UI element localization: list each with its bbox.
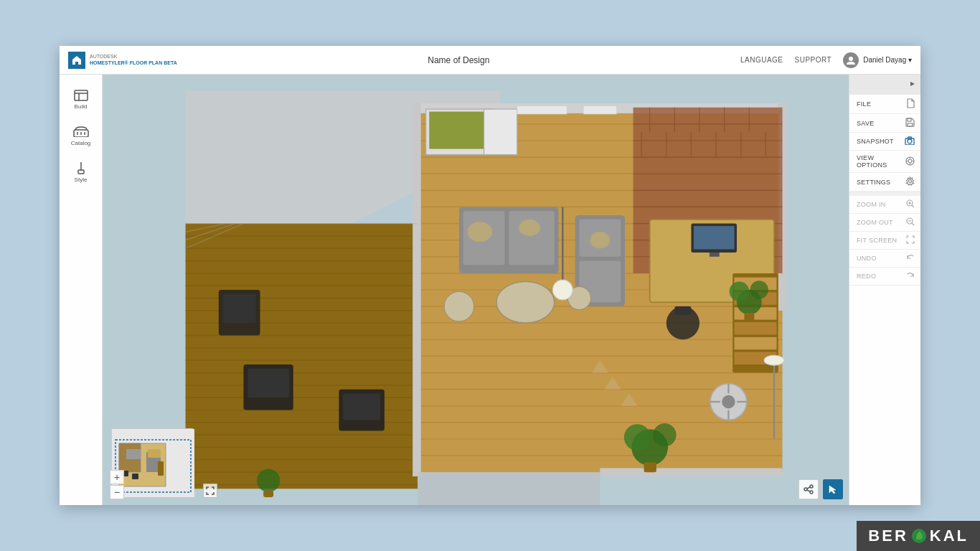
settings-icon [905,176,915,187]
svg-rect-152 [132,474,138,479]
canvas-area[interactable]: + − [103,75,849,505]
svg-rect-86 [509,211,555,265]
zoom-in-label: ZOOM IN [857,201,886,208]
fit-screen-menu-item[interactable]: FIT SCREEN [849,232,920,250]
svg-point-87 [467,222,492,242]
svg-rect-108 [735,322,777,334]
svg-point-97 [552,280,573,300]
design-name[interactable]: Name of Design [186,55,732,65]
svg-line-160 [807,490,810,491]
fit-screen-icon [906,235,915,245]
svg-point-117 [653,423,676,446]
snapshot-icon [905,136,915,146]
svg-rect-163 [908,123,913,126]
svg-rect-114 [744,313,754,321]
zoom-in-menu-item[interactable]: ZOOM IN [849,196,920,214]
svg-point-94 [444,291,474,321]
fullscreen-button[interactable] [203,484,217,498]
watermark-text: BER [868,527,908,545]
zoom-out-menu-item[interactable]: ZOOM OUT [849,214,920,232]
svg-rect-101 [710,253,720,257]
watermark-leaf-icon [911,528,927,544]
header-right: LANGUAGE SUPPORT Daniel Dayag ▾ [740,52,912,68]
user-menu[interactable]: Daniel Dayag ▾ [843,52,912,68]
svg-rect-164 [908,118,911,121]
view-options-menu-item[interactable]: VIEW OPTIONS [849,151,920,173]
svg-rect-120 [263,491,273,497]
svg-point-112 [730,281,750,301]
svg-rect-1 [75,90,88,100]
build-icon [72,88,90,102]
logo-area: AUTODESK HOMESTYLER® FLOOR PLAN BETA [68,52,177,69]
svg-rect-57 [413,103,421,476]
svg-point-113 [750,281,768,298]
style-label: Style [75,176,88,183]
undo-menu-item[interactable]: UNDO [849,250,920,268]
redo-menu-item[interactable]: REDO [849,268,920,286]
redo-icon [906,271,915,281]
share-button[interactable] [798,479,819,499]
svg-rect-122 [248,369,289,397]
svg-rect-109 [735,337,777,349]
svg-rect-143 [517,105,567,114]
support-button[interactable]: SUPPORT [795,56,832,64]
file-icon [906,98,915,110]
snapshot-menu-item[interactable]: SNAPSHOT [849,133,920,151]
svg-point-119 [257,469,280,492]
svg-marker-161 [829,486,836,494]
style-icon [72,161,90,175]
save-menu-item[interactable]: SAVE [849,114,920,133]
catalog-icon [72,124,90,138]
svg-rect-138 [418,472,600,505]
watermark: BER KAL [857,521,980,551]
main-content: Build Catalog [60,75,920,505]
svg-point-157 [804,488,807,491]
svg-point-156 [810,485,813,488]
save-label: SAVE [857,120,875,127]
svg-rect-118 [644,462,656,472]
collapse-button[interactable] [909,80,916,90]
svg-line-180 [912,223,914,225]
snapshot-label: SNAPSHOT [857,138,894,145]
build-label: Build [75,103,88,110]
bottom-bar [798,479,843,499]
svg-marker-12 [186,224,418,489]
svg-point-92 [590,232,610,248]
settings-menu-item[interactable]: SETTINGS [849,173,920,192]
svg-point-116 [624,424,651,451]
language-button[interactable]: LANGUAGE [740,56,783,64]
zoom-out-label: ZOOM OUT [857,219,893,226]
catalog-tool[interactable]: Catalog [62,118,100,152]
home-icon [68,52,85,69]
svg-rect-59 [600,468,782,476]
right-panel: FILE SAVE [849,75,920,505]
svg-rect-82 [429,112,489,149]
zoom-out-icon [906,217,915,227]
app-window: AUTODESK HOMESTYLER® FLOOR PLAN BETA Nam… [60,46,920,505]
view-options-label: VIEW OPTIONS [857,154,905,169]
file-menu-item[interactable]: FILE [849,95,920,114]
user-name: Daniel Dayag ▾ [863,56,912,64]
zoom-in-icon [906,199,915,209]
fit-screen-label: FIT SCREEN [857,237,897,244]
cursor-button[interactable] [823,479,843,499]
svg-line-177 [912,205,914,207]
svg-point-88 [519,220,540,236]
build-tool[interactable]: Build [62,82,100,116]
svg-rect-100 [694,226,735,249]
svg-point-158 [810,491,813,494]
svg-rect-124 [343,393,380,420]
style-tool[interactable]: Style [62,155,100,189]
undo-label: UNDO [857,255,877,262]
svg-point-173 [909,180,912,183]
nav-area: + − [110,470,124,499]
watermark-text2: KAL [930,527,969,545]
zoom-minus-button[interactable]: − [110,485,124,499]
svg-rect-153 [158,461,164,476]
file-label: FILE [857,100,871,108]
left-toolbar: Build Catalog [60,75,103,505]
svg-rect-9 [78,170,84,174]
svg-marker-162 [910,82,915,86]
svg-rect-154 [148,449,161,458]
zoom-plus-button[interactable]: + [110,470,124,484]
